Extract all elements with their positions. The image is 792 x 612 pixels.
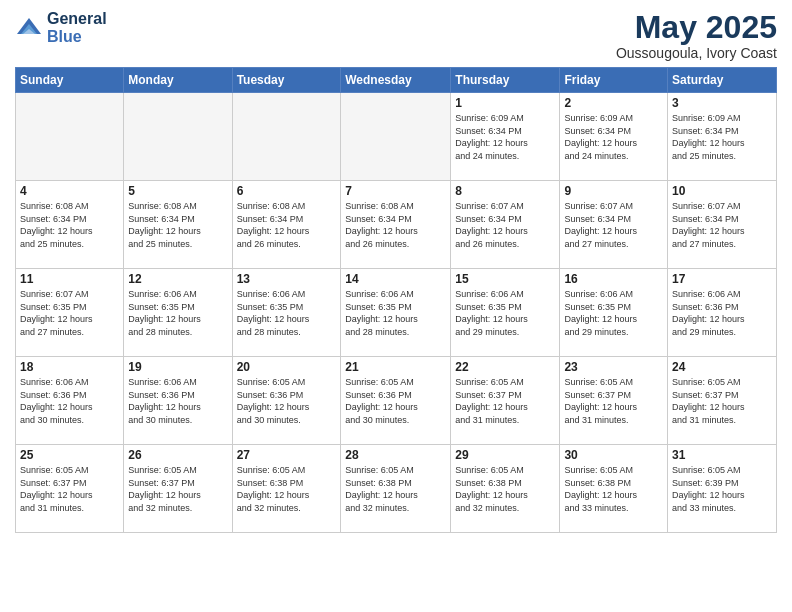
calendar-cell: 6Sunrise: 6:08 AM Sunset: 6:34 PM Daylig…	[232, 181, 341, 269]
day-info: Sunrise: 6:05 AM Sunset: 6:37 PM Dayligh…	[20, 464, 119, 514]
calendar-cell: 25Sunrise: 6:05 AM Sunset: 6:37 PM Dayli…	[16, 445, 124, 533]
calendar-cell: 21Sunrise: 6:05 AM Sunset: 6:36 PM Dayli…	[341, 357, 451, 445]
day-number: 9	[564, 184, 663, 198]
day-info: Sunrise: 6:05 AM Sunset: 6:38 PM Dayligh…	[345, 464, 446, 514]
calendar-cell: 20Sunrise: 6:05 AM Sunset: 6:36 PM Dayli…	[232, 357, 341, 445]
day-number: 12	[128, 272, 227, 286]
day-info: Sunrise: 6:05 AM Sunset: 6:38 PM Dayligh…	[237, 464, 337, 514]
day-number: 23	[564, 360, 663, 374]
day-number: 8	[455, 184, 555, 198]
day-number: 29	[455, 448, 555, 462]
day-number: 18	[20, 360, 119, 374]
calendar-cell: 23Sunrise: 6:05 AM Sunset: 6:37 PM Dayli…	[560, 357, 668, 445]
title-block: May 2025 Oussougoula, Ivory Coast	[616, 10, 777, 61]
day-info: Sunrise: 6:08 AM Sunset: 6:34 PM Dayligh…	[345, 200, 446, 250]
day-info: Sunrise: 6:09 AM Sunset: 6:34 PM Dayligh…	[672, 112, 772, 162]
day-info: Sunrise: 6:05 AM Sunset: 6:37 PM Dayligh…	[128, 464, 227, 514]
day-info: Sunrise: 6:05 AM Sunset: 6:37 PM Dayligh…	[672, 376, 772, 426]
day-number: 19	[128, 360, 227, 374]
calendar-week-row: 25Sunrise: 6:05 AM Sunset: 6:37 PM Dayli…	[16, 445, 777, 533]
day-number: 20	[237, 360, 337, 374]
calendar-week-row: 1Sunrise: 6:09 AM Sunset: 6:34 PM Daylig…	[16, 93, 777, 181]
calendar-cell: 30Sunrise: 6:05 AM Sunset: 6:38 PM Dayli…	[560, 445, 668, 533]
calendar-cell: 27Sunrise: 6:05 AM Sunset: 6:38 PM Dayli…	[232, 445, 341, 533]
day-number: 6	[237, 184, 337, 198]
day-number: 1	[455, 96, 555, 110]
day-info: Sunrise: 6:07 AM Sunset: 6:35 PM Dayligh…	[20, 288, 119, 338]
day-number: 5	[128, 184, 227, 198]
calendar-cell: 8Sunrise: 6:07 AM Sunset: 6:34 PM Daylig…	[451, 181, 560, 269]
day-number: 31	[672, 448, 772, 462]
calendar-cell: 14Sunrise: 6:06 AM Sunset: 6:35 PM Dayli…	[341, 269, 451, 357]
day-info: Sunrise: 6:08 AM Sunset: 6:34 PM Dayligh…	[237, 200, 337, 250]
day-info: Sunrise: 6:06 AM Sunset: 6:35 PM Dayligh…	[564, 288, 663, 338]
weekday-header: Thursday	[451, 68, 560, 93]
day-info: Sunrise: 6:05 AM Sunset: 6:38 PM Dayligh…	[564, 464, 663, 514]
calendar-table: SundayMondayTuesdayWednesdayThursdayFrid…	[15, 67, 777, 533]
day-info: Sunrise: 6:09 AM Sunset: 6:34 PM Dayligh…	[455, 112, 555, 162]
calendar-cell: 7Sunrise: 6:08 AM Sunset: 6:34 PM Daylig…	[341, 181, 451, 269]
calendar-cell: 17Sunrise: 6:06 AM Sunset: 6:36 PM Dayli…	[668, 269, 777, 357]
day-number: 2	[564, 96, 663, 110]
day-info: Sunrise: 6:05 AM Sunset: 6:37 PM Dayligh…	[564, 376, 663, 426]
calendar-cell: 28Sunrise: 6:05 AM Sunset: 6:38 PM Dayli…	[341, 445, 451, 533]
weekday-header: Tuesday	[232, 68, 341, 93]
day-info: Sunrise: 6:06 AM Sunset: 6:35 PM Dayligh…	[128, 288, 227, 338]
day-number: 15	[455, 272, 555, 286]
calendar-cell: 31Sunrise: 6:05 AM Sunset: 6:39 PM Dayli…	[668, 445, 777, 533]
calendar-cell: 16Sunrise: 6:06 AM Sunset: 6:35 PM Dayli…	[560, 269, 668, 357]
calendar-week-row: 11Sunrise: 6:07 AM Sunset: 6:35 PM Dayli…	[16, 269, 777, 357]
day-info: Sunrise: 6:08 AM Sunset: 6:34 PM Dayligh…	[20, 200, 119, 250]
day-number: 4	[20, 184, 119, 198]
day-info: Sunrise: 6:08 AM Sunset: 6:34 PM Dayligh…	[128, 200, 227, 250]
day-number: 21	[345, 360, 446, 374]
header: General Blue May 2025 Oussougoula, Ivory…	[15, 10, 777, 61]
main-title: May 2025	[616, 10, 777, 45]
day-number: 10	[672, 184, 772, 198]
day-info: Sunrise: 6:06 AM Sunset: 6:35 PM Dayligh…	[455, 288, 555, 338]
day-info: Sunrise: 6:05 AM Sunset: 6:36 PM Dayligh…	[237, 376, 337, 426]
calendar-cell: 3Sunrise: 6:09 AM Sunset: 6:34 PM Daylig…	[668, 93, 777, 181]
day-info: Sunrise: 6:07 AM Sunset: 6:34 PM Dayligh…	[455, 200, 555, 250]
calendar-cell: 12Sunrise: 6:06 AM Sunset: 6:35 PM Dayli…	[124, 269, 232, 357]
day-info: Sunrise: 6:05 AM Sunset: 6:38 PM Dayligh…	[455, 464, 555, 514]
logo-icon	[15, 14, 43, 42]
calendar-cell: 13Sunrise: 6:06 AM Sunset: 6:35 PM Dayli…	[232, 269, 341, 357]
calendar-cell: 22Sunrise: 6:05 AM Sunset: 6:37 PM Dayli…	[451, 357, 560, 445]
calendar-cell: 9Sunrise: 6:07 AM Sunset: 6:34 PM Daylig…	[560, 181, 668, 269]
calendar-cell	[341, 93, 451, 181]
day-info: Sunrise: 6:09 AM Sunset: 6:34 PM Dayligh…	[564, 112, 663, 162]
day-info: Sunrise: 6:05 AM Sunset: 6:39 PM Dayligh…	[672, 464, 772, 514]
calendar-cell: 29Sunrise: 6:05 AM Sunset: 6:38 PM Dayli…	[451, 445, 560, 533]
weekday-header: Wednesday	[341, 68, 451, 93]
day-number: 27	[237, 448, 337, 462]
day-number: 28	[345, 448, 446, 462]
day-number: 22	[455, 360, 555, 374]
calendar-cell	[232, 93, 341, 181]
calendar-cell	[124, 93, 232, 181]
calendar-cell: 19Sunrise: 6:06 AM Sunset: 6:36 PM Dayli…	[124, 357, 232, 445]
day-number: 30	[564, 448, 663, 462]
day-number: 14	[345, 272, 446, 286]
day-info: Sunrise: 6:07 AM Sunset: 6:34 PM Dayligh…	[564, 200, 663, 250]
calendar-cell: 1Sunrise: 6:09 AM Sunset: 6:34 PM Daylig…	[451, 93, 560, 181]
calendar-cell: 11Sunrise: 6:07 AM Sunset: 6:35 PM Dayli…	[16, 269, 124, 357]
page: General Blue May 2025 Oussougoula, Ivory…	[0, 0, 792, 612]
day-info: Sunrise: 6:06 AM Sunset: 6:36 PM Dayligh…	[128, 376, 227, 426]
calendar-cell: 15Sunrise: 6:06 AM Sunset: 6:35 PM Dayli…	[451, 269, 560, 357]
day-info: Sunrise: 6:05 AM Sunset: 6:37 PM Dayligh…	[455, 376, 555, 426]
calendar-cell: 2Sunrise: 6:09 AM Sunset: 6:34 PM Daylig…	[560, 93, 668, 181]
day-info: Sunrise: 6:07 AM Sunset: 6:34 PM Dayligh…	[672, 200, 772, 250]
day-number: 24	[672, 360, 772, 374]
day-number: 26	[128, 448, 227, 462]
calendar-cell	[16, 93, 124, 181]
day-number: 3	[672, 96, 772, 110]
weekday-header: Sunday	[16, 68, 124, 93]
day-info: Sunrise: 6:06 AM Sunset: 6:36 PM Dayligh…	[672, 288, 772, 338]
calendar-week-row: 18Sunrise: 6:06 AM Sunset: 6:36 PM Dayli…	[16, 357, 777, 445]
calendar-cell: 5Sunrise: 6:08 AM Sunset: 6:34 PM Daylig…	[124, 181, 232, 269]
logo: General Blue	[15, 10, 107, 45]
day-info: Sunrise: 6:06 AM Sunset: 6:35 PM Dayligh…	[237, 288, 337, 338]
logo-text: General Blue	[47, 10, 107, 45]
day-number: 13	[237, 272, 337, 286]
